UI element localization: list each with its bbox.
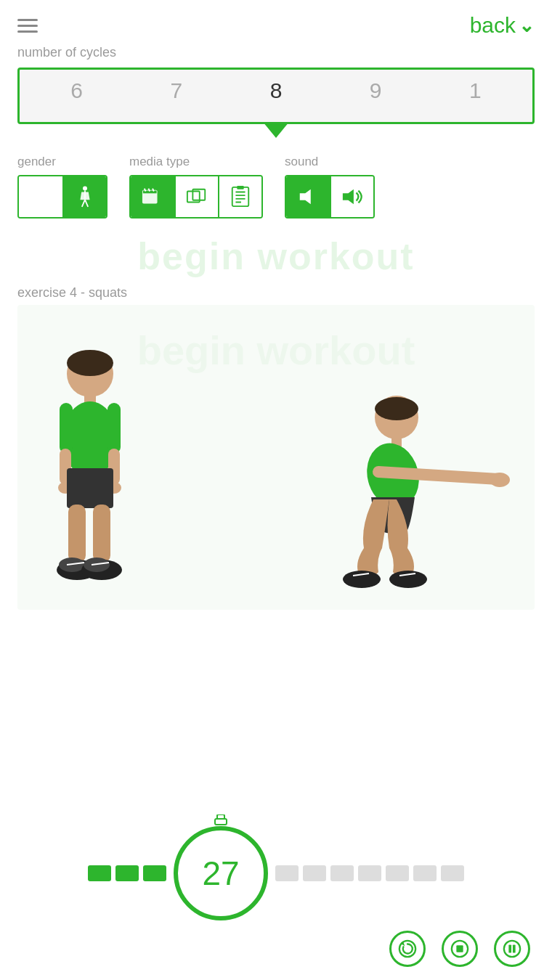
svg-rect-60 <box>456 945 463 952</box>
svg-point-51 <box>343 571 381 588</box>
svg-point-61 <box>504 941 520 957</box>
svg-rect-37 <box>68 505 86 563</box>
progress-seg-5 <box>303 865 326 881</box>
sound-mute-button[interactable] <box>286 176 330 217</box>
progress-seg-2 <box>115 865 139 881</box>
cycles-indicator-arrow <box>263 122 289 138</box>
progress-seg-9 <box>413 865 437 881</box>
timer-knob <box>208 814 234 833</box>
standing-figure <box>32 327 177 610</box>
svg-rect-30 <box>60 403 73 454</box>
svg-marker-24 <box>300 189 311 205</box>
svg-line-49 <box>378 472 498 479</box>
timer-value: 27 <box>202 854 239 893</box>
gender-female-button[interactable] <box>62 176 106 217</box>
svg-rect-18 <box>232 187 249 206</box>
gender-group: gender <box>17 155 107 219</box>
gender-buttons <box>17 175 107 219</box>
progress-timer-row: 27 <box>0 826 552 920</box>
settings-row: gender <box>0 134 552 229</box>
cycles-label: number of cycles <box>17 45 535 60</box>
svg-marker-7 <box>80 192 89 200</box>
media-video-button[interactable] <box>131 176 174 217</box>
exercise-image-area: begin workout <box>17 305 535 610</box>
svg-rect-62 <box>508 944 511 952</box>
timer-circle: 27 <box>174 826 268 920</box>
svg-rect-23 <box>237 186 243 189</box>
svg-point-46 <box>375 397 418 420</box>
pause-button[interactable] <box>494 931 530 967</box>
progress-bars-left <box>88 865 166 881</box>
header: back ⌄ <box>0 0 552 45</box>
progress-seg-7 <box>358 865 381 881</box>
svg-line-9 <box>85 200 88 207</box>
progress-seg-1 <box>88 865 111 881</box>
gender-label: gender <box>17 155 107 169</box>
media-type-label: media type <box>129 155 263 169</box>
cycles-section: number of cycles 6 7 8 9 1 <box>0 45 552 134</box>
cycle-value-7[interactable]: 7 <box>162 80 191 102</box>
svg-rect-31 <box>107 403 121 454</box>
cycle-value-1[interactable]: 1 <box>460 80 490 102</box>
svg-rect-63 <box>513 944 516 952</box>
svg-line-8 <box>82 200 85 207</box>
progress-bars-right <box>275 865 464 881</box>
svg-rect-36 <box>67 468 113 508</box>
progress-seg-8 <box>386 865 409 881</box>
progress-seg-3 <box>143 865 166 881</box>
progress-seg-6 <box>330 865 354 881</box>
cycle-value-6[interactable]: 6 <box>62 80 92 102</box>
progress-seg-4 <box>275 865 299 881</box>
svg-point-27 <box>67 350 113 376</box>
media-type-group: media type <box>129 155 263 219</box>
begin-workout-watermark: begin workout <box>0 229 552 281</box>
svg-point-0 <box>38 187 43 191</box>
svg-rect-15 <box>143 194 157 203</box>
svg-point-50 <box>490 473 510 487</box>
sound-buttons <box>285 175 375 219</box>
back-label: back <box>470 13 516 38</box>
reset-button[interactable] <box>389 931 426 967</box>
svg-marker-25 <box>343 189 354 205</box>
back-button[interactable]: back ⌄ <box>470 13 535 38</box>
media-type-buttons <box>129 175 263 219</box>
cycles-picker[interactable]: 6 7 8 9 1 <box>17 68 535 124</box>
svg-rect-38 <box>93 505 110 563</box>
sound-group: sound <box>285 155 375 219</box>
svg-line-3 <box>37 200 41 207</box>
sound-on-button[interactable] <box>330 176 373 217</box>
timer-controls <box>0 931 552 967</box>
progress-seg-10 <box>441 865 464 881</box>
svg-rect-56 <box>215 819 227 825</box>
stop-button[interactable] <box>442 931 478 967</box>
media-image-button[interactable] <box>174 176 218 217</box>
bottom-bar: 27 <box>0 835 552 980</box>
svg-line-4 <box>41 200 44 207</box>
menu-button[interactable] <box>17 19 38 33</box>
svg-point-5 <box>83 187 87 191</box>
gender-male-button[interactable] <box>19 176 62 217</box>
chevron-down-icon: ⌄ <box>519 15 535 37</box>
svg-point-52 <box>389 571 427 588</box>
cycle-value-8[interactable]: 8 <box>261 80 291 102</box>
media-text-button[interactable] <box>218 176 261 217</box>
squatting-figure <box>324 385 527 588</box>
exercise-label: exercise 4 - squats <box>0 281 552 301</box>
cycle-value-9[interactable]: 9 <box>361 80 390 102</box>
sound-label: sound <box>285 155 375 169</box>
